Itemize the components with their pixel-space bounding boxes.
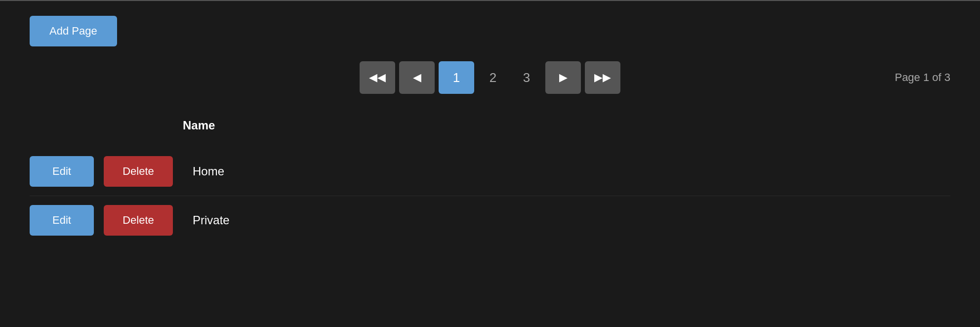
toolbar: Add Page [0,16,980,46]
first-page-icon: ◀◀ [369,71,386,84]
prev-icon: ◀ [413,71,421,84]
data-table: Name Edit Delete Home Edit Delete Privat… [0,114,980,245]
last-page-icon: ▶▶ [594,71,611,84]
table-header: Name [30,114,950,137]
home-row-name: Home [193,164,224,178]
edit-private-button[interactable]: Edit [30,205,94,236]
page-number-2-button[interactable]: 2 [478,61,508,94]
pagination-controls: ◀◀ ◀ 1 2 3 ▶ ▶▶ Page 1 of 3 [0,61,980,94]
first-page-button[interactable]: ◀◀ [360,61,395,94]
page-number-1-button[interactable]: 1 [439,61,474,94]
next-icon: ▶ [559,71,568,84]
add-page-button[interactable]: Add Page [30,16,117,46]
private-row-name: Private [193,213,230,227]
table-row: Edit Delete Private [30,196,950,245]
prev-page-button[interactable]: ◀ [399,61,435,94]
next-page-button[interactable]: ▶ [545,61,581,94]
column-name-header: Name [183,119,215,132]
page-number-3-button[interactable]: 3 [512,61,541,94]
top-divider [0,0,980,1]
delete-home-button[interactable]: Delete [104,156,173,187]
page-info-text: Page 1 of 3 [895,71,950,84]
delete-private-button[interactable]: Delete [104,205,173,236]
last-page-button[interactable]: ▶▶ [585,61,620,94]
table-row: Edit Delete Home [30,147,950,196]
edit-home-button[interactable]: Edit [30,156,94,187]
